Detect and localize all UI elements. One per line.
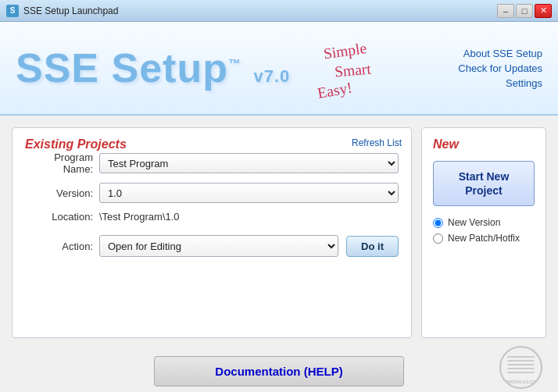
action-select[interactable]: Open for Editing Build Installer Delete … — [99, 235, 338, 257]
watermark: INSTALUJ.CZ — [499, 346, 542, 389]
start-new-label: Start NewProject — [459, 170, 510, 197]
logo-tm: ™ — [228, 57, 241, 70]
tagline-svg: Simple Smart Easy! — [302, 37, 395, 99]
new-patch-label: New Patch/Hotfix — [448, 233, 520, 244]
action-row: Action: Open for Editing Build Installer… — [25, 235, 399, 257]
settings-link[interactable]: Settings — [506, 77, 542, 89]
existing-projects-panel: Existing Projects Refresh List Program N… — [12, 127, 412, 338]
radio-group: New Version New Patch/Hotfix — [433, 217, 535, 244]
action-label: Action: — [25, 241, 99, 252]
program-name-label: Program Name: — [25, 151, 99, 175]
window-controls: – □ ✕ — [497, 4, 552, 18]
action-select-wrap: Open for Editing Build Installer Delete … — [99, 235, 399, 257]
program-name-control: Test Program — [99, 153, 399, 173]
program-name-row: Program Name: Test Program — [25, 151, 399, 175]
app-header: SSE Setup™ v7.0 Simple Smart Easy! About… — [0, 22, 558, 116]
watermark-line-4 — [507, 368, 535, 369]
svg-text:Smart: Smart — [334, 61, 372, 80]
new-version-option[interactable]: New Version — [433, 217, 535, 228]
watermark-line-3 — [507, 364, 535, 365]
window-title: SSE Setup Launchpad — [23, 5, 497, 16]
footer: Documentation (HELP) INSTALUJ.CZ — [0, 350, 558, 392]
logo-main: SSE Setup — [16, 45, 228, 91]
watermark-line-1 — [507, 356, 535, 358]
title-bar: S SSE Setup Launchpad – □ ✕ — [0, 0, 558, 22]
nav-links: About SSE Setup Check for Updates Settin… — [458, 48, 542, 89]
logo-text-wrap: SSE Setup™ v7.0 — [16, 48, 290, 88]
new-version-radio[interactable] — [433, 218, 443, 228]
new-panel-title: New — [433, 137, 535, 151]
watermark-line-2 — [507, 360, 535, 362]
watermark-line-5 — [507, 372, 535, 373]
close-button[interactable]: ✕ — [535, 4, 552, 18]
minimize-button[interactable]: – — [497, 4, 514, 18]
new-panel: New Start NewProject New Version New Pat… — [421, 127, 546, 338]
version-label: Version: — [25, 187, 99, 199]
svg-text:Simple: Simple — [323, 40, 368, 62]
version-control: 1.0 — [99, 183, 399, 203]
version-select[interactable]: 1.0 — [99, 183, 399, 203]
maximize-button[interactable]: □ — [516, 4, 533, 18]
existing-projects-title: Existing Projects — [25, 137, 127, 151]
main-content: Existing Projects Refresh List Program N… — [0, 116, 558, 350]
refresh-list-link[interactable]: Refresh List — [352, 137, 402, 148]
watermark-lines — [507, 354, 535, 375]
location-label: Location: — [25, 211, 99, 223]
version-row: Version: 1.0 — [25, 183, 399, 203]
watermark-inner: INSTALUJ.CZ — [499, 346, 542, 389]
new-patch-radio[interactable] — [433, 233, 443, 244]
documentation-button[interactable]: Documentation (HELP) — [154, 356, 404, 387]
location-row: Location: \Test Program\1.0 — [25, 211, 399, 223]
check-updates-link[interactable]: Check for Updates — [458, 62, 542, 74]
svg-text:Easy!: Easy! — [317, 79, 353, 99]
logo-version: v7.0 — [253, 66, 290, 86]
program-name-select[interactable]: Test Program — [99, 153, 399, 173]
new-patch-option[interactable]: New Patch/Hotfix — [433, 233, 535, 244]
do-it-button[interactable]: Do it — [346, 236, 399, 257]
watermark-text: INSTALUJ.CZ — [506, 380, 536, 384]
logo-tagline: Simple Smart Easy! — [302, 37, 395, 99]
about-link[interactable]: About SSE Setup — [463, 48, 542, 59]
location-value: \Test Program\1.0 — [99, 211, 180, 223]
app-icon: S — [6, 5, 19, 17]
logo-main-text: SSE Setup™ v7.0 — [16, 45, 290, 91]
new-version-label: New Version — [448, 217, 500, 228]
start-new-project-button[interactable]: Start NewProject — [433, 161, 535, 206]
logo-area: SSE Setup™ v7.0 Simple Smart Easy! — [16, 37, 395, 99]
